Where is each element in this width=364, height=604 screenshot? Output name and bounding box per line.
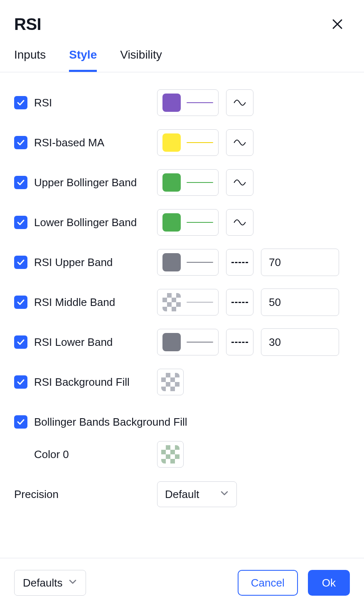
- tab-inputs[interactable]: Inputs: [14, 48, 46, 72]
- label-rsi-ma: RSI-based MA: [34, 136, 104, 149]
- check-icon: [17, 178, 25, 187]
- check-icon: [17, 378, 25, 386]
- row-rsi-ma: RSI-based MA: [14, 129, 350, 156]
- cancel-label: Cancel: [251, 577, 285, 589]
- swatch-rsi-ma: [162, 133, 181, 152]
- close-button[interactable]: [327, 14, 347, 34]
- color-picker-rsi-bg[interactable]: [157, 369, 184, 395]
- swatch-rsi-upper: [162, 253, 181, 271]
- dialog-footer: Defaults Cancel Ok: [0, 558, 364, 604]
- check-icon: [17, 258, 25, 266]
- label-rsi-bg: RSI Background Fill: [34, 376, 130, 389]
- defaults-button[interactable]: Defaults: [14, 570, 86, 596]
- check-icon: [17, 99, 25, 107]
- color-picker-rsi-lower[interactable]: [157, 329, 219, 355]
- close-icon: [331, 17, 344, 31]
- select-precision[interactable]: Default: [157, 481, 237, 507]
- color-picker-rsi-ma[interactable]: [157, 129, 219, 156]
- cancel-button[interactable]: Cancel: [238, 570, 298, 596]
- line-preview-lower-bb: [187, 222, 213, 223]
- ok-button[interactable]: Ok: [308, 570, 350, 596]
- row-color0: Color 0: [14, 441, 350, 468]
- swatch-upper-bb: [162, 173, 181, 192]
- row-rsi-bg: RSI Background Fill: [14, 368, 350, 396]
- line-preview-rsi-middle: [187, 302, 213, 303]
- label-precision: Precision: [14, 488, 59, 501]
- ok-label: Ok: [322, 577, 336, 589]
- row-lower-bb: Lower Bollinger Band: [14, 209, 350, 236]
- label-lower-bb: Lower Bollinger Band: [34, 216, 137, 229]
- value-rsi-upper[interactable]: [261, 249, 339, 276]
- line-preview-rsi-ma: [187, 142, 213, 143]
- checkbox-rsi-lower[interactable]: [14, 335, 27, 349]
- checkbox-rsi-middle[interactable]: [14, 296, 27, 309]
- checkbox-rsi-upper[interactable]: [14, 256, 27, 269]
- indicator-settings-dialog: RSI Inputs Style Visibility RSI: [0, 0, 364, 604]
- chevron-down-icon: [220, 488, 229, 501]
- chevron-down-icon: [68, 577, 77, 589]
- line-style-rsi-ma[interactable]: [226, 129, 253, 156]
- swatch-lower-bb: [162, 213, 181, 232]
- row-rsi-lower: RSI Lower Band: [14, 328, 350, 356]
- swatch-color0: [161, 445, 180, 463]
- swatch-rsi-lower: [162, 333, 181, 351]
- line-style-lower-bb[interactable]: [226, 209, 253, 236]
- dialog-body: RSI RSI-based MA: [0, 72, 364, 558]
- wave-icon: [232, 138, 247, 147]
- line-style-upper-bb[interactable]: [226, 169, 253, 196]
- label-bb-bg: Bollinger Bands Background Fill: [34, 416, 187, 429]
- checkbox-rsi[interactable]: [14, 96, 27, 109]
- color-picker-rsi-upper[interactable]: [157, 249, 219, 276]
- value-rsi-middle[interactable]: [261, 288, 339, 316]
- wave-icon: [232, 218, 247, 227]
- color-picker-rsi[interactable]: [157, 89, 219, 116]
- checkbox-rsi-bg[interactable]: [14, 375, 27, 389]
- label-rsi: RSI: [34, 96, 52, 109]
- row-upper-bb: Upper Bollinger Band: [14, 169, 350, 196]
- line-dash-rsi-middle[interactable]: [226, 289, 253, 316]
- tab-style[interactable]: Style: [69, 48, 97, 72]
- row-precision: Precision Default: [14, 481, 350, 508]
- check-icon: [17, 298, 25, 306]
- line-style-rsi[interactable]: [226, 89, 253, 116]
- dialog-header: RSI: [0, 0, 364, 34]
- tab-bar: Inputs Style Visibility: [0, 34, 364, 72]
- checkbox-upper-bb[interactable]: [14, 176, 27, 189]
- row-rsi-upper: RSI Upper Band: [14, 249, 350, 276]
- wave-icon: [232, 178, 247, 187]
- label-rsi-upper: RSI Upper Band: [34, 256, 113, 269]
- wave-icon: [232, 99, 247, 107]
- label-rsi-lower: RSI Lower Band: [34, 336, 113, 349]
- label-upper-bb: Upper Bollinger Band: [34, 176, 137, 189]
- line-dash-rsi-upper[interactable]: [226, 249, 253, 276]
- swatch-rsi-bg: [161, 373, 180, 391]
- check-icon: [17, 338, 25, 346]
- tab-visibility[interactable]: Visibility: [120, 48, 162, 72]
- check-icon: [17, 138, 25, 147]
- dialog-title: RSI: [14, 15, 41, 34]
- line-dash-rsi-lower[interactable]: [226, 329, 253, 355]
- dash-icon: [231, 342, 248, 343]
- checkbox-bb-bg[interactable]: [14, 415, 27, 429]
- color-picker-lower-bb[interactable]: [157, 209, 219, 236]
- value-rsi-lower[interactable]: [261, 328, 339, 356]
- line-preview-upper-bb: [187, 182, 213, 183]
- label-color0: Color 0: [34, 448, 69, 461]
- line-preview-rsi: [187, 102, 213, 103]
- dash-icon: [231, 302, 248, 303]
- defaults-label: Defaults: [23, 577, 62, 589]
- color-picker-rsi-middle[interactable]: [157, 289, 219, 316]
- line-preview-rsi-lower: [187, 342, 213, 343]
- check-icon: [17, 218, 25, 227]
- check-icon: [17, 418, 25, 426]
- dash-icon: [231, 262, 248, 263]
- label-rsi-middle: RSI Middle Band: [34, 296, 115, 309]
- line-preview-rsi-upper: [187, 262, 213, 263]
- swatch-rsi: [162, 94, 181, 112]
- row-rsi-middle: RSI Middle Band: [14, 288, 350, 316]
- color-picker-color0[interactable]: [157, 441, 184, 468]
- swatch-rsi-middle: [162, 293, 181, 311]
- checkbox-lower-bb[interactable]: [14, 216, 27, 229]
- color-picker-upper-bb[interactable]: [157, 169, 219, 196]
- checkbox-rsi-ma[interactable]: [14, 136, 27, 149]
